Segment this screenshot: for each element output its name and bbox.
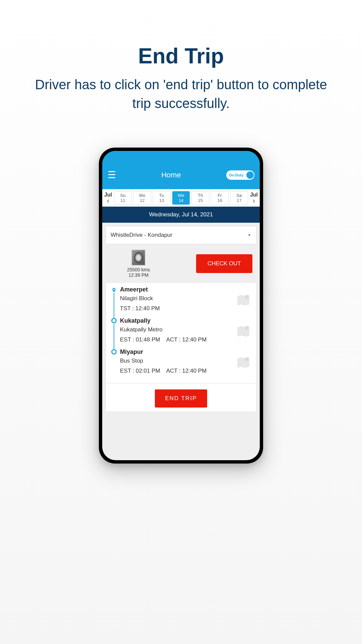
chevron-left-icon[interactable]: ‹ bbox=[104, 198, 112, 204]
odometer-image bbox=[131, 250, 145, 266]
stop-sub: Kukatpally Metro bbox=[120, 326, 233, 333]
endtrip-button[interactable]: END TRIP bbox=[155, 389, 207, 408]
month-nav-left[interactable]: Jul ‹ bbox=[104, 192, 113, 204]
checkout-button[interactable]: CHECK OUT bbox=[196, 254, 252, 273]
date-bar: Wednesday, Jul 14, 2021 bbox=[102, 207, 260, 223]
svg-point-0 bbox=[113, 289, 115, 290]
stop-row: MiyapurBus StopEST : 02:01 PMACT : 12:40… bbox=[111, 348, 251, 380]
chevron-down-icon: ▼ bbox=[247, 233, 251, 237]
stop-act: ACT : 12:40 PM bbox=[166, 336, 207, 343]
page-title: Home bbox=[161, 171, 181, 179]
stop-est: TST : 12:40 PM bbox=[120, 305, 160, 312]
day-name: Tu bbox=[153, 193, 170, 198]
duty-label: On-Duty bbox=[229, 173, 243, 177]
day-cell-13[interactable]: Tu13 bbox=[153, 191, 171, 205]
stop-name: Ameerpet bbox=[120, 286, 233, 293]
map-icon[interactable] bbox=[235, 355, 251, 369]
promo-title: End Trip bbox=[0, 44, 362, 68]
stop-info: KukatpallyKukatpally MetroEST : 01:48 PM… bbox=[120, 317, 233, 343]
day-num: 14 bbox=[173, 198, 190, 203]
svg-point-2 bbox=[245, 326, 249, 330]
day-name: We bbox=[173, 193, 190, 198]
stop-times: EST : 01:48 PMACT : 12:40 PM bbox=[120, 336, 233, 343]
day-cell-15[interactable]: Th15 bbox=[191, 191, 209, 205]
endtrip-wrap: END TRIP bbox=[111, 387, 251, 408]
duty-toggle[interactable]: On-Duty bbox=[226, 170, 254, 180]
stop-marker bbox=[111, 317, 117, 323]
divider bbox=[106, 383, 256, 383]
stop-row: KukatpallyKukatpally MetroEST : 01:48 PM… bbox=[111, 317, 251, 348]
stop-info: MiyapurBus StopEST : 02:01 PMACT : 12:40… bbox=[120, 348, 233, 374]
phone-frame: ☰ Home On-Duty Jul ‹ Su11Mo12Tu13We14Th1… bbox=[99, 148, 263, 464]
day-cell-14[interactable]: We14 bbox=[172, 191, 190, 205]
stop-circle-icon bbox=[111, 349, 117, 355]
day-cell-11[interactable]: Su11 bbox=[114, 191, 132, 205]
day-name: Su bbox=[114, 193, 131, 198]
stop-marker bbox=[111, 286, 117, 293]
stop-sub: Nilagiri Block bbox=[120, 295, 233, 302]
stop-sub: Bus Stop bbox=[120, 358, 233, 364]
app-header: ☰ Home On-Duty bbox=[102, 151, 260, 189]
toggle-knob bbox=[246, 171, 254, 179]
day-name: Sa bbox=[231, 193, 248, 198]
map-icon[interactable] bbox=[235, 323, 251, 337]
menu-icon[interactable]: ☰ bbox=[108, 170, 116, 180]
day-num: 15 bbox=[192, 198, 209, 203]
day-cell-17[interactable]: Sa17 bbox=[230, 191, 248, 205]
stop-times: EST : 02:01 PMACT : 12:40 PM bbox=[120, 368, 233, 374]
day-num: 16 bbox=[211, 198, 228, 203]
day-num: 11 bbox=[114, 198, 131, 203]
stop-circle-icon bbox=[111, 318, 117, 323]
stops-card: AmeerpetNilagiri BlockTST : 12:40 PMKuka… bbox=[106, 282, 256, 412]
chevron-right-icon[interactable]: › bbox=[250, 198, 258, 204]
day-cell-12[interactable]: Mo12 bbox=[133, 191, 151, 205]
promo-header: End Trip Driver has to click on 'end tri… bbox=[0, 0, 362, 113]
route-select-value: WhistleDrive - Kondapur bbox=[111, 232, 172, 238]
odometer-kms: 25500 kms bbox=[127, 267, 150, 272]
stop-info: AmeerpetNilagiri BlockTST : 12:40 PM bbox=[120, 286, 233, 312]
phone-screen: ☰ Home On-Duty Jul ‹ Su11Mo12Tu13We14Th1… bbox=[102, 151, 260, 460]
route-select[interactable]: WhistleDrive - Kondapur ▼ bbox=[106, 226, 256, 244]
stop-est: EST : 01:48 PM bbox=[120, 336, 160, 343]
stops-list: AmeerpetNilagiri BlockTST : 12:40 PMKuka… bbox=[111, 286, 251, 380]
day-cells: Su11Mo12Tu13We14Th15Fr16Sa17 bbox=[114, 191, 248, 205]
promo-subtitle: Driver has to click on 'end trip' button… bbox=[30, 75, 332, 113]
odometer-info: 25500 kms 12:39 PM bbox=[127, 250, 150, 278]
day-num: 12 bbox=[134, 198, 151, 203]
odometer-time: 12:39 PM bbox=[127, 272, 150, 278]
stop-est: EST : 02:01 PM bbox=[120, 368, 160, 374]
day-name: Th bbox=[192, 193, 209, 198]
stop-act: ACT : 12:40 PM bbox=[166, 368, 207, 374]
stop-name: Kukatpally bbox=[120, 317, 233, 324]
odometer-row: 25500 kms 12:39 PM CHECK OUT bbox=[106, 248, 256, 282]
stop-name: Miyapur bbox=[120, 348, 233, 356]
stop-marker bbox=[111, 348, 117, 355]
stop-times: TST : 12:40 PM bbox=[120, 305, 233, 312]
day-num: 13 bbox=[153, 198, 170, 203]
day-cell-16[interactable]: Fr16 bbox=[211, 191, 229, 205]
location-pin-icon bbox=[111, 287, 117, 293]
day-name: Mo bbox=[134, 193, 151, 198]
calendar-strip: Jul ‹ Su11Mo12Tu13We14Th15Fr16Sa17 Jul › bbox=[102, 189, 260, 207]
stop-row: AmeerpetNilagiri BlockTST : 12:40 PM bbox=[111, 286, 251, 317]
svg-point-1 bbox=[245, 295, 249, 299]
map-icon[interactable] bbox=[235, 292, 251, 306]
content-area: WhistleDrive - Kondapur ▼ 25500 kms 12:3… bbox=[102, 223, 260, 415]
month-nav-right[interactable]: Jul › bbox=[249, 192, 258, 204]
day-num: 17 bbox=[231, 198, 248, 203]
svg-point-3 bbox=[245, 357, 249, 361]
day-name: Fr bbox=[211, 193, 228, 198]
